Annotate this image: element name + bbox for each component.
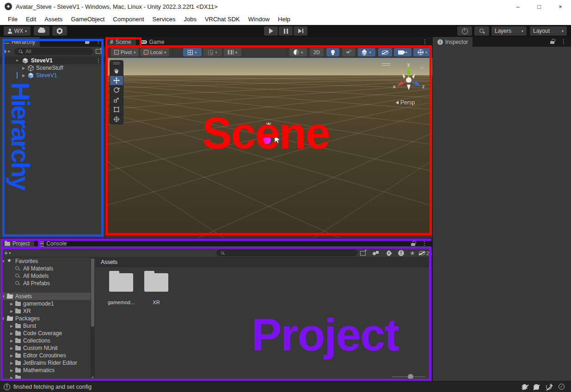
hand-tool-button[interactable] — [110, 66, 123, 75]
tab-project[interactable]: Project — [0, 239, 34, 249]
account-dropdown[interactable]: WX ▾ — [4, 26, 31, 36]
tree-item[interactable]: All Prefabs — [0, 280, 91, 287]
tree-item[interactable] — [0, 287, 91, 293]
effects-toggle-button[interactable]: ▾ — [358, 48, 375, 56]
expand-arrow[interactable]: ▶ — [9, 302, 14, 306]
kebab-menu-icon[interactable]: ⋮ — [422, 39, 428, 44]
search-by-label-icon[interactable] — [387, 250, 391, 257]
menu-item[interactable]: File — [4, 16, 22, 23]
menu-item[interactable]: Jobs — [179, 16, 200, 23]
menu-item[interactable]: Component — [109, 16, 148, 23]
status-message[interactable]: finshed fetching and set config — [13, 384, 92, 390]
auto-refresh-disabled-icon[interactable] — [546, 384, 552, 390]
expand-arrow[interactable]: ▶ — [9, 346, 14, 350]
audio-toggle-button[interactable] — [342, 48, 355, 56]
search-by-type-icon[interactable] — [373, 250, 379, 257]
expand-arrow[interactable]: ▼ — [15, 59, 19, 63]
expand-arrow[interactable]: ▶ — [21, 66, 26, 70]
menu-item[interactable]: Help — [274, 16, 295, 23]
expand-arrow[interactable]: ▶ — [21, 74, 26, 78]
tree-item[interactable]: ▶ Mathematics — [0, 367, 91, 374]
tree-item[interactable]: ▶ JetBrains Rider Editor — [0, 359, 91, 367]
expand-arrow[interactable]: ▶ — [9, 331, 14, 336]
expand-arrow[interactable]: ▶ — [9, 339, 14, 343]
pivot-toggle-button[interactable]: Pivot ▾ — [111, 48, 139, 56]
kebab-menu-icon[interactable]: ⋮ — [422, 241, 427, 246]
expand-arrow[interactable]: ▶ — [9, 354, 14, 358]
pause-button[interactable] — [279, 26, 293, 36]
tree-scrollbar[interactable]: ▼ — [91, 257, 95, 381]
minimize-button[interactable]: – — [507, 0, 528, 13]
menu-item[interactable]: Window — [244, 16, 274, 23]
expand-arrow[interactable]: ▼ — [1, 294, 6, 299]
scene-viewport[interactable]: y x z Persp — [105, 58, 432, 238]
tree-item[interactable]: ▼ Favorites — [0, 257, 91, 265]
menu-item[interactable]: Edit — [22, 16, 40, 23]
alert-icon[interactable] — [398, 250, 404, 257]
menu-item[interactable]: VRChat SDK — [201, 16, 244, 23]
tree-item[interactable]: ▶ gamemode1 — [0, 300, 91, 307]
gizmos-toggle-button[interactable]: ▾ — [413, 48, 432, 56]
asset-folder-item[interactable]: XR — [139, 273, 174, 305]
scene-visibility-button[interactable] — [378, 48, 392, 56]
tree-item[interactable]: ▶ Burst — [0, 322, 91, 330]
hierarchy-row-scene[interactable]: ▼ SteveV1 ⋮ — [0, 57, 105, 64]
progress-done-icon[interactable] — [559, 384, 565, 390]
search-popout-icon[interactable] — [360, 250, 366, 257]
tree-item[interactable]: ▶ Custom NUnit — [0, 344, 91, 352]
settings-button[interactable] — [52, 26, 67, 36]
tab-console[interactable]: Console — [34, 239, 71, 249]
asset-folder-item[interactable]: gamemod... — [104, 273, 139, 305]
tree-item[interactable]: ▶ Code Coverage — [0, 330, 91, 337]
layers-dropdown[interactable]: Layers ▾ — [491, 26, 527, 36]
lighting-toggle-button[interactable] — [326, 48, 339, 56]
hierarchy-row-prefab[interactable]: ▶ SteveV1 — [0, 72, 105, 79]
expand-arrow[interactable]: ▼ — [1, 259, 6, 263]
tab-game[interactable]: Game — [136, 37, 169, 47]
step-button[interactable] — [294, 26, 307, 36]
tree-item[interactable]: All Models — [0, 272, 91, 280]
tab-scene[interactable]: # Scene — [105, 37, 136, 47]
scale-tool-button[interactable] — [110, 95, 123, 104]
expand-arrow[interactable]: ▼ — [1, 317, 6, 321]
tree-item[interactable]: All Materials — [0, 265, 91, 272]
cloud-button[interactable] — [34, 26, 49, 36]
lock-icon[interactable] — [85, 39, 90, 44]
layout-dropdown[interactable]: Layout ▾ — [530, 26, 567, 36]
overlay-handle[interactable] — [110, 61, 123, 66]
expand-arrow[interactable]: ▶ — [9, 376, 14, 380]
project-search-input[interactable] — [227, 250, 354, 256]
pane-options-icon[interactable] — [96, 49, 101, 54]
close-button[interactable]: × — [550, 0, 571, 13]
kebab-menu-icon[interactable]: ⋮ — [561, 39, 566, 44]
undo-history-button[interactable] — [457, 26, 472, 36]
transform-tool-button[interactable] — [110, 114, 123, 124]
play-button[interactable] — [264, 26, 278, 36]
cache-server-disabled-icon[interactable] — [534, 384, 539, 390]
global-search-button[interactable] — [474, 26, 489, 36]
gizmo-lock-icon[interactable] — [420, 65, 424, 70]
hierarchy-row-gameobject[interactable]: ▶ SceneStuff — [0, 64, 105, 72]
tree-item[interactable]: ▶ Collections — [0, 337, 91, 344]
hidden-packages-toggle[interactable]: 24 — [419, 250, 432, 257]
kebab-menu-icon[interactable]: ⋮ — [96, 58, 101, 63]
2d-toggle-button[interactable]: 2D — [310, 48, 324, 56]
create-object-button[interactable]: +▾ — [0, 48, 12, 55]
slider-knob[interactable] — [408, 374, 413, 380]
tree-item[interactable]: ▼ Assets — [0, 293, 91, 300]
expand-arrow[interactable]: ▶ — [9, 324, 14, 328]
lock-icon[interactable] — [411, 241, 416, 246]
tab-hierarchy[interactable]: Hierarchy — [0, 37, 40, 47]
grid-visibility-button[interactable]: ▾ — [183, 48, 202, 56]
favorites-star-icon[interactable]: ★ — [410, 250, 415, 257]
move-tool-button[interactable] — [110, 75, 123, 85]
scroll-down-arrow[interactable]: ▼ — [91, 376, 94, 379]
camera-settings-button[interactable]: ▾ — [394, 48, 411, 56]
expand-arrow[interactable]: ▶ — [9, 309, 14, 313]
menu-item[interactable]: Services — [148, 16, 180, 23]
create-asset-button[interactable]: +▾ — [1, 249, 12, 257]
project-search[interactable] — [216, 250, 357, 256]
tree-item[interactable]: ▶ XR — [0, 307, 91, 315]
hierarchy-search[interactable] — [14, 48, 93, 55]
menu-item[interactable]: GameObject — [67, 16, 109, 23]
